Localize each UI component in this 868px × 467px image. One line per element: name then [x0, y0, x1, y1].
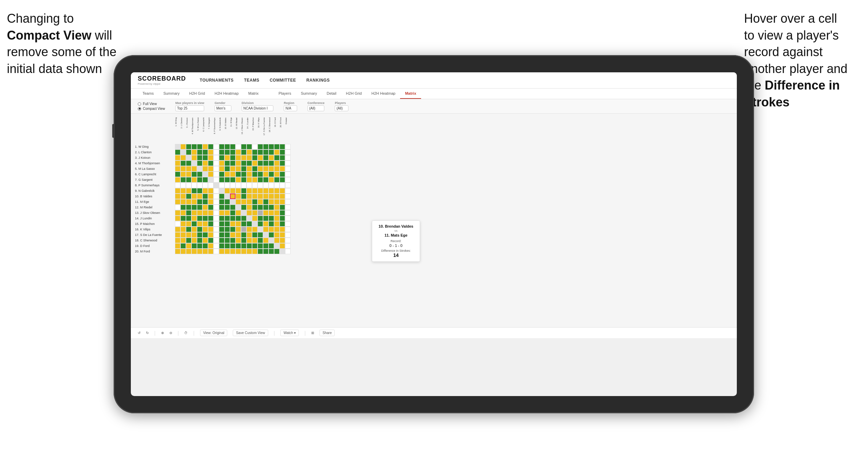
cell-17-8[interactable]: [213, 232, 219, 238]
tab-summary-2[interactable]: Summary: [296, 89, 322, 99]
cell-9-13[interactable]: [241, 188, 247, 194]
cell-8-16[interactable]: [258, 183, 263, 188]
cell-12-2[interactable]: [180, 205, 186, 210]
cell-3-2[interactable]: [180, 155, 186, 160]
tab-h2h-heatmap-2[interactable]: H2H Heatmap: [367, 89, 400, 99]
cell-20-15[interactable]: [252, 249, 258, 254]
cell-20-5[interactable]: [197, 249, 202, 254]
cell-6-16[interactable]: [258, 172, 263, 177]
cell-6-12[interactable]: [236, 172, 241, 177]
cell-3-13[interactable]: [241, 155, 247, 160]
cell-5-2[interactable]: [180, 166, 186, 172]
cell-6-4[interactable]: [191, 172, 197, 177]
cell-16-13[interactable]: [241, 227, 247, 232]
cell-5-21[interactable]: [285, 166, 291, 172]
cell-15-6[interactable]: [202, 221, 208, 227]
cell-19-2[interactable]: [180, 243, 186, 249]
cell-17-3[interactable]: [186, 232, 191, 238]
cell-8-20[interactable]: [280, 183, 285, 188]
cell-12-15[interactable]: [252, 205, 258, 210]
cell-11-6[interactable]: [202, 199, 208, 205]
cell-12-16[interactable]: [258, 205, 263, 210]
cell-3-3[interactable]: [186, 155, 191, 160]
cell-16-18[interactable]: [269, 227, 274, 232]
cell-11-13[interactable]: [241, 199, 247, 205]
cell-6-13[interactable]: [241, 172, 247, 177]
cell-4-2[interactable]: [180, 160, 186, 166]
cell-2-3[interactable]: [186, 149, 191, 155]
cell-20-16[interactable]: [258, 249, 263, 254]
cell-14-8[interactable]: [213, 216, 219, 221]
cell-2-14[interactable]: [247, 149, 252, 155]
cell-1-21[interactable]: [285, 144, 291, 149]
nav-tournaments[interactable]: TOURNAMENTS: [200, 76, 234, 84]
cell-18-12[interactable]: [236, 238, 241, 243]
cell-8-13[interactable]: [241, 183, 247, 188]
tab-summary-1[interactable]: Summary: [158, 89, 184, 99]
cell-1-17[interactable]: [263, 144, 269, 149]
cell-1-10[interactable]: [224, 144, 230, 149]
cell-18-17[interactable]: [263, 238, 269, 243]
cell-15-13[interactable]: [241, 221, 247, 227]
cell-7-4[interactable]: [191, 177, 197, 183]
cell-18-7[interactable]: [208, 238, 213, 243]
cell-6-15[interactable]: [252, 172, 258, 177]
cell-9-15[interactable]: [252, 188, 258, 194]
cell-9-16[interactable]: [258, 188, 263, 194]
cell-5-19[interactable]: [274, 166, 280, 172]
tab-players[interactable]: Players: [274, 89, 296, 99]
cell-15-5[interactable]: [197, 221, 202, 227]
cell-7-15[interactable]: [252, 177, 258, 183]
cell-9-5[interactable]: [197, 188, 202, 194]
cell-3-6[interactable]: [202, 155, 208, 160]
cell-18-6[interactable]: [202, 238, 208, 243]
cell-6-21[interactable]: [285, 172, 291, 177]
cell-11-14[interactable]: [247, 199, 252, 205]
cell-17-20[interactable]: [280, 232, 285, 238]
cell-8-5[interactable]: [197, 183, 202, 188]
cell-16-17[interactable]: [263, 227, 269, 232]
cell-3-4[interactable]: [191, 155, 197, 160]
cell-15-14[interactable]: [247, 221, 252, 227]
cell-5-8[interactable]: [213, 166, 219, 172]
cell-9-1[interactable]: [175, 188, 180, 194]
cell-8-12[interactable]: [236, 183, 241, 188]
cell-15-8[interactable]: [213, 221, 219, 227]
cell-8-17[interactable]: [263, 183, 269, 188]
cell-14-2[interactable]: [180, 216, 186, 221]
cell-16-3[interactable]: [186, 227, 191, 232]
radio-full-view[interactable]: Full View: [138, 102, 165, 106]
cell-9-21[interactable]: [285, 188, 291, 194]
cell-16-10[interactable]: [224, 227, 230, 232]
view-original-button[interactable]: View: Original: [200, 330, 228, 336]
cell-1-11[interactable]: [230, 144, 236, 149]
cell-8-3[interactable]: [186, 183, 191, 188]
tab-h2h-heatmap-1[interactable]: H2H Heatmap: [210, 89, 243, 99]
cell-20-21[interactable]: [285, 249, 291, 254]
cell-8-18[interactable]: [269, 183, 274, 188]
cell-18-15[interactable]: [252, 238, 258, 243]
cell-14-1[interactable]: [175, 216, 180, 221]
cell-8-10[interactable]: [224, 183, 230, 188]
cell-10-16[interactable]: [258, 194, 263, 199]
cell-13-21[interactable]: [285, 210, 291, 216]
cell-13-13[interactable]: [241, 210, 247, 216]
cell-3-15[interactable]: [252, 155, 258, 160]
cell-2-2[interactable]: [180, 149, 186, 155]
cell-16-4[interactable]: [191, 227, 197, 232]
cell-4-9[interactable]: [219, 160, 224, 166]
cell-9-7[interactable]: [208, 188, 213, 194]
cell-5-3[interactable]: [186, 166, 191, 172]
cell-10-4[interactable]: [191, 194, 197, 199]
max-players-select[interactable]: Top 25: [175, 105, 204, 111]
cell-9-2[interactable]: [180, 188, 186, 194]
cell-19-21[interactable]: [285, 243, 291, 249]
cell-13-15[interactable]: [252, 210, 258, 216]
cell-6-18[interactable]: [269, 172, 274, 177]
cell-2-13[interactable]: [241, 149, 247, 155]
cell-9-4[interactable]: [191, 188, 197, 194]
cell-16-5[interactable]: [197, 227, 202, 232]
cell-15-21[interactable]: [285, 221, 291, 227]
cell-18-1[interactable]: [175, 238, 180, 243]
cell-19-10[interactable]: [224, 243, 230, 249]
